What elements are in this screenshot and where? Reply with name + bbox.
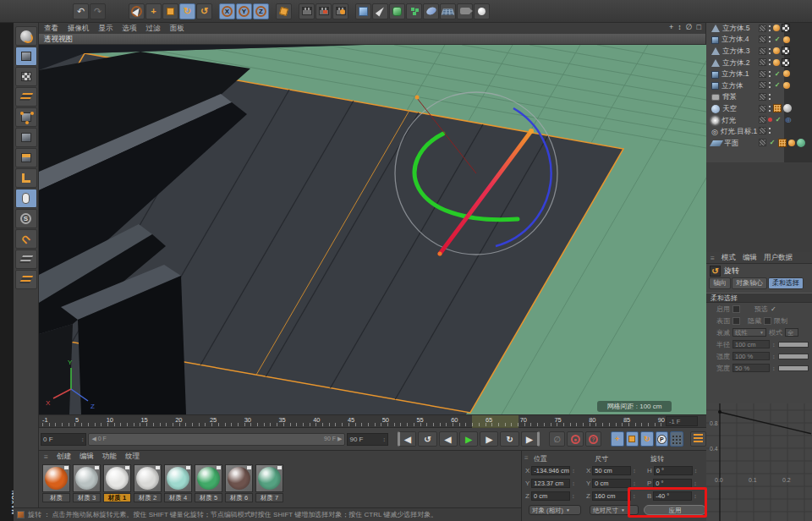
spinner-icon[interactable]: ↕: [772, 354, 776, 359]
add-mograph-button[interactable]: [406, 3, 422, 19]
size-x-input[interactable]: 50 cm: [592, 466, 631, 475]
coordinate-mode-dropdown[interactable]: 对象 (相对)▼: [529, 505, 581, 515]
magnet-tool-button[interactable]: U: [15, 229, 37, 249]
render-picture-viewer-button[interactable]: [315, 3, 332, 19]
keyframe-presets-button[interactable]: [690, 431, 706, 447]
frame-offset-field[interactable]: -1 F: [666, 416, 698, 426]
material-swatch[interactable]: 材质 4: [164, 464, 192, 502]
previous-frame-button[interactable]: ◀: [439, 431, 458, 447]
material-swatch[interactable]: 材质 5: [195, 464, 222, 502]
mode-dropdown[interactable]: 全: [785, 328, 798, 337]
viewport-menu-filter[interactable]: 过滤: [146, 24, 161, 34]
layer-toggle[interactable]: [759, 47, 766, 55]
layer-toggle[interactable]: [759, 93, 766, 101]
object-row[interactable]: 立方体.2: [706, 58, 812, 69]
strength-input[interactable]: 100 %: [732, 352, 770, 360]
rotation-h-input[interactable]: 0 °: [654, 466, 693, 475]
play-button[interactable]: ▶: [459, 431, 478, 447]
key-parameter-button[interactable]: P: [656, 431, 669, 447]
render-settings-button[interactable]: [332, 3, 348, 19]
material-swatch[interactable]: 材质 2: [134, 464, 162, 502]
object-row[interactable]: 立方体 ✓: [706, 80, 812, 92]
snap-settings-button[interactable]: S: [15, 209, 37, 228]
object-row[interactable]: 立方体.3: [706, 46, 812, 58]
redo-button[interactable]: ↷: [90, 3, 106, 19]
key-scale-button[interactable]: [626, 431, 639, 447]
go-to-end-button[interactable]: ▶: [521, 431, 540, 447]
enable-snap-button[interactable]: [15, 189, 37, 208]
last-used-tool-button[interactable]: ↺: [196, 3, 212, 19]
compositing-tag-icon[interactable]: [773, 104, 782, 112]
next-frame-button[interactable]: ▶: [480, 431, 498, 447]
compositing-tag-icon[interactable]: [778, 139, 787, 147]
uv-mode-button[interactable]: [15, 87, 37, 107]
add-camera-button[interactable]: [457, 3, 473, 19]
layer-toggle[interactable]: [759, 70, 766, 78]
add-cube-button[interactable]: [355, 3, 371, 19]
viewport-rotate-icon[interactable]: ∅: [686, 23, 693, 31]
viewport-menu-display[interactable]: 显示: [99, 24, 113, 34]
object-row[interactable]: 天空: [706, 103, 812, 115]
object-row[interactable]: 背景: [706, 92, 812, 104]
viewport-menu-options[interactable]: 选项: [123, 24, 137, 34]
timeline-ruler[interactable]: -15 1015 2025 3035 4045 5055 6065 7075 8…: [39, 415, 706, 428]
polygon-mode-button[interactable]: [15, 148, 37, 167]
mat-menu-edit[interactable]: 编辑: [80, 452, 94, 462]
material-swatch-selected[interactable]: 材质 1: [103, 464, 131, 502]
material-swatch[interactable]: 材质: [42, 464, 70, 502]
hide-checkbox[interactable]: [764, 317, 771, 325]
falloff-dropdown[interactable]: 线性▼: [732, 328, 766, 337]
visibility-dots[interactable]: [768, 105, 771, 112]
surface-checkbox[interactable]: [732, 317, 740, 325]
layer-toggle[interactable]: [759, 81, 766, 89]
texture-tag-icon[interactable]: [782, 47, 790, 55]
move-button[interactable]: +: [145, 3, 162, 19]
live-selection-button[interactable]: [129, 3, 145, 19]
record-keyframe-button[interactable]: ●: [567, 431, 583, 447]
add-environment-button[interactable]: [440, 3, 456, 19]
tab-axis[interactable]: 轴向: [709, 277, 731, 289]
texture-tag-icon[interactable]: [783, 104, 792, 112]
render-view-button[interactable]: [299, 3, 315, 19]
spinner-icon[interactable]: ↕: [772, 365, 776, 371]
attr-menu-edit[interactable]: 编辑: [743, 253, 757, 263]
visibility-dots[interactable]: [768, 93, 771, 101]
lock-x-axis-button[interactable]: X: [219, 3, 235, 19]
go-to-start-button[interactable]: ◀: [398, 431, 416, 447]
record-disabled-button[interactable]: ∅: [549, 431, 565, 447]
phong-tag-icon[interactable]: [783, 70, 790, 77]
visibility-dots[interactable]: [768, 36, 771, 43]
material-swatch[interactable]: 材质 7: [255, 464, 283, 502]
layer-toggle[interactable]: [759, 25, 766, 32]
phong-tag-icon[interactable]: [773, 47, 780, 54]
visibility-dots[interactable]: [768, 127, 771, 134]
viewport-zoom-icon[interactable]: ↕: [678, 23, 682, 31]
curve-start-point[interactable]: [718, 410, 721, 414]
add-subdivision-button[interactable]: [389, 3, 405, 19]
visibility-dots[interactable]: [768, 58, 771, 66]
add-spline-button[interactable]: [372, 3, 388, 19]
material-swatch[interactable]: 材质 3: [73, 464, 101, 502]
visibility-dots[interactable]: [768, 70, 771, 78]
size-z-input[interactable]: 160 cm: [592, 491, 631, 501]
texture-tag-icon[interactable]: [797, 139, 805, 147]
soft-selection-section[interactable]: 柔和选择: [706, 293, 812, 303]
play-loop-button[interactable]: ↻: [500, 431, 518, 447]
viewport-menu-camera[interactable]: 摄像机: [68, 24, 90, 34]
tab-object-axis[interactable]: 对象轴心: [732, 277, 767, 289]
edge-mode-button[interactable]: [15, 128, 37, 147]
add-light-button[interactable]: [474, 3, 490, 19]
current-frame-field[interactable]: 0 F↕: [41, 433, 86, 446]
perspective-viewport[interactable]: 查看 摄像机 显示 选项 过滤 面板 + ↕ ∅ □ 透视视图: [39, 23, 706, 414]
axis-mode-button[interactable]: [15, 168, 37, 188]
preselect-check-icon[interactable]: ✓: [771, 305, 776, 313]
radius-input[interactable]: 100 cm: [732, 340, 770, 348]
viewport-pan-icon[interactable]: +: [669, 23, 673, 31]
3d-scene[interactable]: Y X Z: [39, 45, 706, 414]
target-tag-icon[interactable]: ◎: [784, 116, 793, 124]
scale-button[interactable]: [162, 3, 178, 19]
viewport-menu-panel[interactable]: 面板: [170, 24, 184, 34]
mat-menu-texture[interactable]: 纹理: [125, 452, 140, 462]
viewport-menu-view[interactable]: 查看: [44, 24, 58, 34]
width-slider[interactable]: [778, 365, 809, 371]
